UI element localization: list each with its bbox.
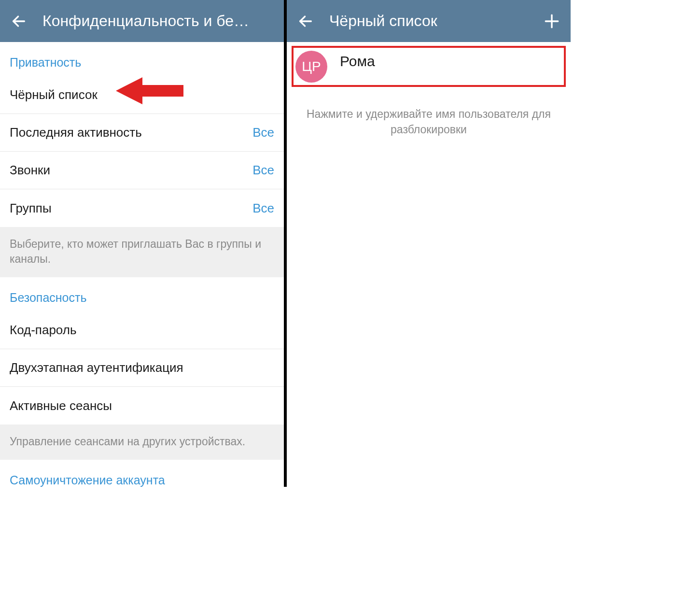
privacy-settings-panel: Конфиденциальность и бе… Приватность Чёр…: [0, 0, 284, 487]
privacy-section-header: Приватность: [0, 42, 284, 76]
row-label: Чёрный список: [10, 87, 98, 102]
unblock-hint: Нажмите и удерживайте имя пользователя д…: [287, 91, 571, 137]
row-label: Активные сеансы: [10, 398, 112, 413]
passcode-row[interactable]: Код-пароль: [0, 312, 284, 349]
row-label: Последняя активность: [10, 125, 142, 140]
row-label: Группы: [10, 201, 52, 216]
self-destruct-section-header: Самоуничтожение аккаунта: [0, 460, 284, 487]
add-icon[interactable]: [540, 9, 564, 33]
blocked-user-row[interactable]: ЦР Рома: [292, 46, 566, 87]
back-icon[interactable]: [7, 9, 31, 33]
calls-row[interactable]: Звонки Все: [0, 152, 284, 189]
row-label: Двухэтапная аутентификация: [10, 360, 183, 375]
blocked-users-list: ЦР Рома: [287, 42, 571, 91]
row-value: Все: [252, 201, 274, 216]
user-name: Рома: [340, 53, 375, 70]
blocklist-panel: Чёрный список ЦР Рома Нажмите и удержива…: [287, 0, 571, 487]
header-right: Чёрный список: [287, 0, 571, 42]
avatar-initials: ЦР: [302, 59, 321, 74]
sessions-footer-text: Управление сеансами на других устройства…: [0, 425, 284, 460]
page-title: Чёрный список: [329, 12, 540, 30]
header-left: Конфиденциальность и бе…: [0, 0, 284, 42]
row-value: Все: [252, 125, 274, 140]
security-section-header: Безопасность: [0, 277, 284, 312]
groups-row[interactable]: Группы Все: [0, 189, 284, 227]
blocklist-row[interactable]: Чёрный список: [0, 76, 284, 114]
row-label: Звонки: [10, 163, 50, 178]
sessions-row[interactable]: Активные сеансы: [0, 387, 284, 425]
last-seen-row[interactable]: Последняя активность Все: [0, 114, 284, 152]
avatar: ЦР: [295, 51, 327, 83]
groups-footer-text: Выберите, кто может приглашать Вас в гру…: [0, 227, 284, 277]
row-label: Код-пароль: [10, 323, 76, 338]
row-value: Все: [252, 163, 274, 178]
two-step-row[interactable]: Двухэтапная аутентификация: [0, 349, 284, 387]
page-title: Конфиденциальность и бе…: [42, 12, 277, 30]
back-icon[interactable]: [294, 9, 318, 33]
